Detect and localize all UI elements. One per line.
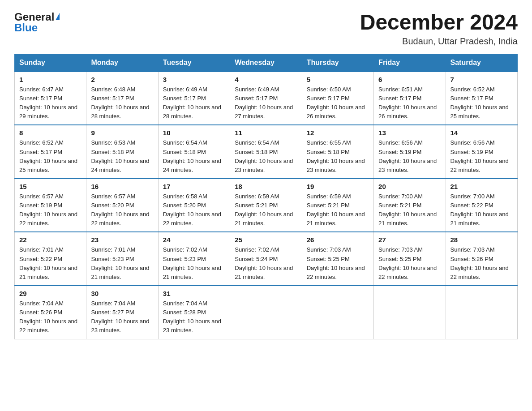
day-info: Sunrise: 6:47 AMSunset: 5:17 PMDaylight:… — [19, 85, 82, 121]
day-number: 31 — [163, 290, 225, 297]
day-number: 27 — [378, 236, 441, 244]
day-info: Sunrise: 7:01 AMSunset: 5:22 PMDaylight:… — [19, 245, 82, 282]
day-info: Sunrise: 6:49 AMSunset: 5:17 PMDaylight:… — [163, 85, 225, 121]
day-cell-7: 7Sunrise: 6:52 AMSunset: 5:17 PMDaylight… — [446, 72, 517, 125]
day-cell-3: 3Sunrise: 6:49 AMSunset: 5:17 PMDaylight… — [158, 72, 230, 125]
logo-triangle-icon — [56, 13, 60, 20]
week-row-3: 15Sunrise: 6:57 AMSunset: 5:19 PMDayligh… — [15, 179, 518, 232]
day-info: Sunrise: 6:54 AMSunset: 5:18 PMDaylight:… — [235, 138, 297, 175]
weekday-header-wednesday: Wednesday — [230, 54, 302, 72]
empty-cell — [230, 286, 302, 339]
day-number: 20 — [378, 183, 441, 190]
day-info: Sunrise: 7:04 AMSunset: 5:27 PMDaylight:… — [91, 299, 153, 335]
logo-blue-text: Blue — [14, 21, 60, 34]
day-number: 14 — [450, 129, 513, 137]
calendar-subtitle: Budaun, Uttar Pradesh, India — [360, 36, 518, 47]
day-cell-18: 18Sunrise: 6:59 AMSunset: 5:21 PMDayligh… — [230, 179, 302, 232]
day-cell-8: 8Sunrise: 6:52 AMSunset: 5:17 PMDaylight… — [15, 125, 86, 179]
day-info: Sunrise: 6:53 AMSunset: 5:18 PMDaylight:… — [91, 138, 153, 175]
day-number: 30 — [91, 290, 153, 297]
day-number: 17 — [163, 183, 225, 190]
day-info: Sunrise: 6:57 AMSunset: 5:19 PMDaylight:… — [19, 192, 82, 228]
day-cell-29: 29Sunrise: 7:04 AMSunset: 5:26 PMDayligh… — [15, 286, 86, 339]
day-cell-2: 2Sunrise: 6:48 AMSunset: 5:17 PMDaylight… — [86, 72, 158, 125]
day-info: Sunrise: 6:54 AMSunset: 5:18 PMDaylight:… — [163, 138, 225, 175]
day-cell-13: 13Sunrise: 6:56 AMSunset: 5:19 PMDayligh… — [374, 125, 446, 179]
day-number: 19 — [307, 183, 369, 190]
weekday-header-row: SundayMondayTuesdayWednesdayThursdayFrid… — [15, 54, 518, 72]
day-number: 26 — [307, 236, 369, 244]
empty-cell — [374, 286, 446, 339]
day-number: 23 — [91, 236, 153, 244]
day-cell-16: 16Sunrise: 6:57 AMSunset: 5:20 PMDayligh… — [86, 179, 158, 232]
page-header: General Blue December 2024 Budaun, Uttar… — [14, 11, 518, 47]
week-row-2: 8Sunrise: 6:52 AMSunset: 5:17 PMDaylight… — [15, 125, 518, 179]
day-cell-26: 26Sunrise: 7:03 AMSunset: 5:25 PMDayligh… — [302, 232, 373, 286]
day-number: 3 — [163, 76, 225, 83]
day-cell-5: 5Sunrise: 6:50 AMSunset: 5:17 PMDaylight… — [302, 72, 373, 125]
day-info: Sunrise: 6:51 AMSunset: 5:17 PMDaylight:… — [378, 85, 441, 121]
day-info: Sunrise: 6:59 AMSunset: 5:21 PMDaylight:… — [235, 192, 297, 228]
day-number: 16 — [91, 183, 153, 190]
day-number: 6 — [378, 76, 441, 83]
day-number: 22 — [19, 236, 82, 244]
day-cell-1: 1Sunrise: 6:47 AMSunset: 5:17 PMDaylight… — [15, 72, 86, 125]
calendar-table: SundayMondayTuesdayWednesdayThursdayFrid… — [14, 54, 518, 339]
day-info: Sunrise: 6:48 AMSunset: 5:17 PMDaylight:… — [91, 85, 153, 121]
day-number: 7 — [450, 76, 513, 83]
day-info: Sunrise: 7:04 AMSunset: 5:26 PMDaylight:… — [19, 299, 82, 335]
empty-cell — [302, 286, 373, 339]
day-number: 1 — [19, 76, 82, 83]
day-info: Sunrise: 6:59 AMSunset: 5:21 PMDaylight:… — [307, 192, 369, 228]
day-info: Sunrise: 6:56 AMSunset: 5:19 PMDaylight:… — [378, 138, 441, 175]
day-cell-11: 11Sunrise: 6:54 AMSunset: 5:18 PMDayligh… — [230, 125, 302, 179]
day-number: 21 — [450, 183, 513, 190]
day-cell-9: 9Sunrise: 6:53 AMSunset: 5:18 PMDaylight… — [86, 125, 158, 179]
empty-cell — [446, 286, 517, 339]
day-number: 9 — [91, 129, 153, 137]
day-cell-28: 28Sunrise: 7:03 AMSunset: 5:26 PMDayligh… — [446, 232, 517, 286]
day-info: Sunrise: 7:03 AMSunset: 5:25 PMDaylight:… — [307, 245, 369, 282]
day-info: Sunrise: 7:02 AMSunset: 5:24 PMDaylight:… — [235, 245, 297, 282]
weekday-header-saturday: Saturday — [446, 54, 517, 72]
day-number: 4 — [235, 76, 297, 83]
day-cell-24: 24Sunrise: 7:02 AMSunset: 5:23 PMDayligh… — [158, 232, 230, 286]
weekday-header-thursday: Thursday — [302, 54, 373, 72]
day-number: 29 — [19, 290, 82, 297]
day-cell-20: 20Sunrise: 7:00 AMSunset: 5:21 PMDayligh… — [374, 179, 446, 232]
day-cell-19: 19Sunrise: 6:59 AMSunset: 5:21 PMDayligh… — [302, 179, 373, 232]
day-cell-27: 27Sunrise: 7:03 AMSunset: 5:25 PMDayligh… — [374, 232, 446, 286]
day-info: Sunrise: 6:55 AMSunset: 5:18 PMDaylight:… — [307, 138, 369, 175]
day-info: Sunrise: 7:04 AMSunset: 5:28 PMDaylight:… — [163, 299, 225, 335]
day-cell-21: 21Sunrise: 7:00 AMSunset: 5:22 PMDayligh… — [446, 179, 517, 232]
day-info: Sunrise: 6:50 AMSunset: 5:17 PMDaylight:… — [307, 85, 369, 121]
day-info: Sunrise: 6:52 AMSunset: 5:17 PMDaylight:… — [19, 138, 82, 175]
day-number: 2 — [91, 76, 153, 83]
day-info: Sunrise: 7:01 AMSunset: 5:23 PMDaylight:… — [91, 245, 153, 282]
day-info: Sunrise: 7:00 AMSunset: 5:21 PMDaylight:… — [378, 192, 441, 228]
day-number: 25 — [235, 236, 297, 244]
day-info: Sunrise: 7:02 AMSunset: 5:23 PMDaylight:… — [163, 245, 225, 282]
logo: General Blue — [14, 11, 60, 34]
day-number: 24 — [163, 236, 225, 244]
weekday-header-tuesday: Tuesday — [158, 54, 230, 72]
day-cell-23: 23Sunrise: 7:01 AMSunset: 5:23 PMDayligh… — [86, 232, 158, 286]
day-number: 8 — [19, 129, 82, 137]
weekday-header-sunday: Sunday — [15, 54, 86, 72]
day-number: 18 — [235, 183, 297, 190]
week-row-4: 22Sunrise: 7:01 AMSunset: 5:22 PMDayligh… — [15, 232, 518, 286]
day-info: Sunrise: 7:03 AMSunset: 5:25 PMDaylight:… — [378, 245, 441, 282]
day-info: Sunrise: 6:49 AMSunset: 5:17 PMDaylight:… — [235, 85, 297, 121]
day-number: 10 — [163, 129, 225, 137]
day-number: 11 — [235, 129, 297, 137]
day-cell-10: 10Sunrise: 6:54 AMSunset: 5:18 PMDayligh… — [158, 125, 230, 179]
day-info: Sunrise: 6:56 AMSunset: 5:19 PMDaylight:… — [450, 138, 513, 175]
day-info: Sunrise: 6:52 AMSunset: 5:17 PMDaylight:… — [450, 85, 513, 121]
weekday-header-friday: Friday — [374, 54, 446, 72]
day-number: 12 — [307, 129, 369, 137]
week-row-5: 29Sunrise: 7:04 AMSunset: 5:26 PMDayligh… — [15, 286, 518, 339]
calendar-title: December 2024 — [360, 11, 518, 34]
weekday-header-monday: Monday — [86, 54, 158, 72]
week-row-1: 1Sunrise: 6:47 AMSunset: 5:17 PMDaylight… — [15, 72, 518, 125]
day-number: 28 — [450, 236, 513, 244]
